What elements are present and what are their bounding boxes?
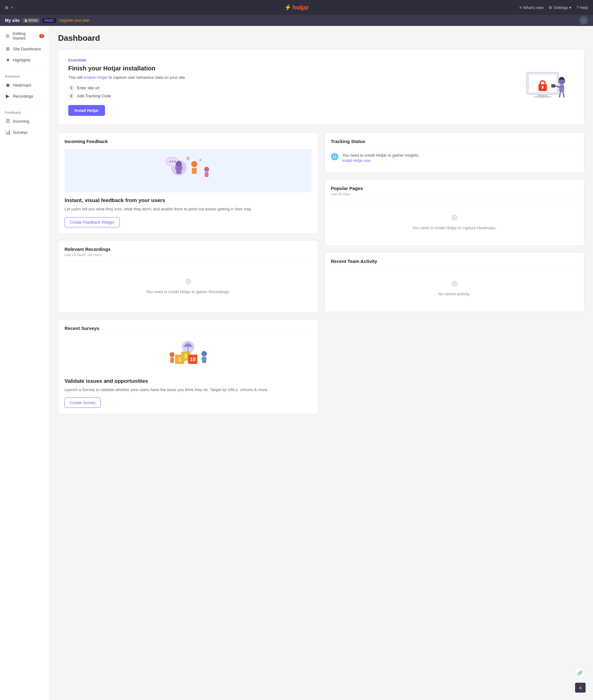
- surveys-card-title: Recent Surveys: [65, 325, 312, 331]
- team-activity-title: Recent Team Activity: [331, 259, 578, 264]
- sidebar-item-heatmaps[interactable]: ◉ Heatmaps: [0, 79, 49, 90]
- surveys-label: Surveys: [13, 130, 28, 135]
- whats-new-button[interactable]: ≡ What's new: [519, 5, 544, 10]
- tracking-message: You need to install Hotjar to gather ins…: [342, 153, 420, 158]
- svg-point-35: [169, 352, 174, 357]
- upgrade-link[interactable]: Upgrade your plan: [59, 18, 89, 23]
- help-button[interactable]: ? Help: [576, 5, 588, 10]
- create-survey-button[interactable]: Create Survey: [65, 397, 101, 408]
- highlights-label: Highlights: [13, 58, 31, 63]
- popular-pages-title: Popular Pages: [331, 186, 578, 191]
- chevron-down-icon: ▾: [569, 5, 571, 10]
- svg-line-12: [563, 92, 564, 97]
- essentials-label: Essentials: [68, 58, 519, 63]
- incoming-feedback-title: Incoming Feedback: [65, 139, 312, 144]
- recordings-empty-state: ⊕ You need to install Hotjar to gather R…: [65, 264, 312, 306]
- essentials-illustration: [519, 66, 574, 109]
- recordings-icon: ▶: [5, 93, 10, 99]
- svg-rect-23: [192, 168, 197, 174]
- link-icon-button[interactable]: 🔗: [575, 667, 586, 678]
- step-2-label: Add Tracking Code: [77, 93, 111, 98]
- svg-point-22: [191, 161, 197, 167]
- dashboard-grid: Incoming Feedback: [58, 132, 584, 414]
- feedback-section-label: Feedback: [0, 107, 49, 116]
- surveys-icon: 📊: [5, 129, 10, 135]
- sidebar-item-recordings[interactable]: ▶ Recordings: [0, 90, 49, 102]
- recordings-card-title: Relevant Recordings: [65, 246, 312, 252]
- app-grid-button[interactable]: ⊞: [5, 5, 8, 10]
- avatar-button[interactable]: 👤: [580, 16, 588, 25]
- incoming-icon: ☰: [5, 118, 10, 124]
- svg-rect-8: [559, 85, 564, 92]
- app-grid-icon: ⊞: [5, 5, 8, 10]
- enable-hotjar-link[interactable]: enable Hotjar: [84, 75, 108, 80]
- surveys-body-title: Validate issues and opportunities: [65, 378, 312, 384]
- tracking-status-title: Tracking Status: [331, 139, 578, 144]
- incoming-label: Incoming: [13, 119, 29, 124]
- team-activity-divider: [331, 266, 578, 267]
- logo-bolt: ⚡: [284, 4, 291, 11]
- tracking-status-card: Tracking Status 🌐 You need to install Ho…: [324, 132, 584, 173]
- divider-1: [0, 68, 49, 68]
- road-icon: 🛣: [25, 19, 28, 22]
- team-activity-empty-state: ⊕ No recent activity.: [331, 269, 578, 306]
- sidebar-item-incoming[interactable]: ☰ Incoming: [0, 116, 49, 127]
- top-nav: ⊞ + ⚡ hotjar ≡ What's new ⚙ Settings ▾ ?…: [0, 0, 593, 15]
- recordings-empty-icon: ⊕: [185, 276, 192, 286]
- getting-started-label: Getting Started: [12, 31, 37, 40]
- whats-new-label: What's new: [523, 5, 544, 10]
- site-bar: My site 🛣 ROAD BASIC Upgrade your plan 👤: [0, 15, 593, 26]
- svg-point-24: [204, 167, 209, 172]
- popular-pages-empty-state: ⊕ You need to install Hotjar to capture …: [331, 203, 578, 239]
- install-hotjar-button[interactable]: Install Hotjar: [68, 105, 105, 116]
- getting-started-badge: 7: [39, 34, 44, 38]
- logo: ⚡ hotjar: [284, 4, 309, 11]
- settings-label: Settings: [553, 5, 568, 10]
- sidebar-item-site-dashboard[interactable]: ⊞ Site Dashboard: [0, 43, 49, 54]
- popular-pages-empty-icon: ⊕: [451, 212, 458, 223]
- create-feedback-widget-button[interactable]: Create Feedback Widget: [65, 217, 120, 227]
- collapse-icon: ‹: [48, 32, 49, 35]
- plus-icon: +: [11, 5, 13, 10]
- surveys-illustration: 1 5 10: [65, 336, 312, 373]
- install-hotjar-link[interactable]: Install Hotjar now: [342, 158, 420, 163]
- svg-text:5: 5: [185, 354, 188, 359]
- add-button[interactable]: +: [11, 5, 13, 10]
- list-icon: ≡: [519, 5, 522, 10]
- highlights-icon: ★: [5, 57, 10, 63]
- sidebar-item-highlights[interactable]: ★ Highlights: [0, 54, 49, 66]
- essentials-card: Essentials Finish your Hotjar installati…: [58, 49, 584, 125]
- popular-pages-empty-text: You need to install Hotjar to capture He…: [412, 226, 496, 230]
- site-dashboard-icon: ⊞: [5, 46, 10, 51]
- feedback-in-link[interactable]: in: [231, 207, 234, 211]
- popular-pages-card: Popular Pages Last 30 Days ⊕ You need to…: [324, 179, 584, 246]
- essentials-title: Finish your Hotjar installation: [68, 65, 519, 72]
- svg-rect-36: [170, 357, 174, 363]
- popular-pages-subtitle: Last 30 Days: [331, 192, 578, 196]
- sidebar-item-getting-started[interactable]: ◎ Getting Started 7: [0, 29, 49, 43]
- sidebar: ‹ ◎ Getting Started 7 ⊞ Site Dashboard ★…: [0, 26, 49, 700]
- sidebar-item-surveys[interactable]: 📊 Surveys: [0, 127, 49, 138]
- svg-point-20: [176, 161, 182, 167]
- chevron-up-icon: ∧: [579, 685, 582, 690]
- recent-team-activity-card: Recent Team Activity ⊕ No recent activit…: [324, 252, 584, 312]
- feedback-illustration: [65, 149, 312, 192]
- scroll-to-top-button[interactable]: ∧: [575, 683, 586, 693]
- step-1-label: Enter site url: [77, 86, 100, 90]
- top-nav-right: ≡ What's new ⚙ Settings ▾ ? Help: [519, 5, 588, 10]
- link-icon: 🔗: [577, 670, 583, 676]
- settings-button[interactable]: ⚙ Settings ▾: [549, 5, 571, 10]
- divider-2: [0, 104, 49, 105]
- site-dashboard-label: Site Dashboard: [13, 47, 41, 51]
- right-column: Tracking Status 🌐 You need to install Ho…: [324, 132, 584, 414]
- main-content: Dashboard Essentials Finish your Hotjar …: [49, 26, 593, 700]
- feedback-body-desc: Let users tell you what they love, what …: [65, 206, 312, 212]
- svg-point-19: [174, 161, 176, 162]
- svg-rect-3: [534, 96, 551, 97]
- step-2-num: 2: [68, 93, 74, 99]
- site-bar-right: 👤: [580, 16, 588, 25]
- feedback-body-title: Instant, visual feedback from your users: [65, 197, 312, 203]
- top-nav-left: ⊞ +: [5, 5, 13, 10]
- svg-point-18: [172, 161, 173, 162]
- tracking-item: 🌐 You need to install Hotjar to gather i…: [331, 149, 578, 166]
